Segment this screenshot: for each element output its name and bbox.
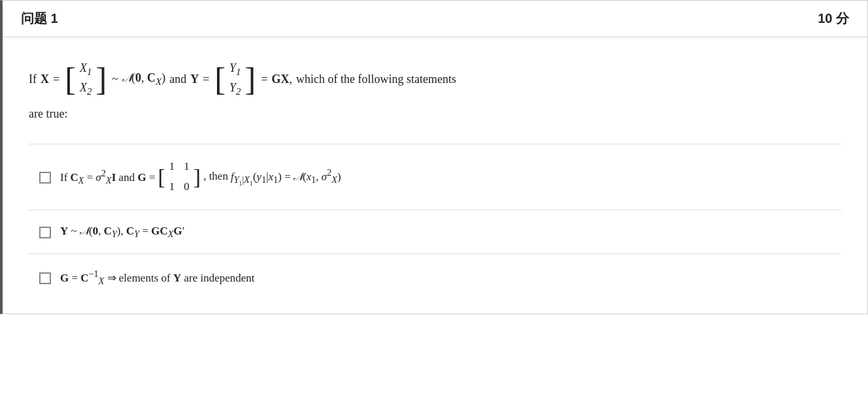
option-content-2: Y ~ 𝒩(0, CY), CY = GCXG′ [60, 222, 184, 242]
g-matrix-content: 1 1 1 0 [165, 156, 193, 198]
if-label: If [29, 69, 37, 89]
g-inv: G = C−1X ⇒ elements of Y are independent [60, 266, 255, 289]
option-item-2: Y ~ 𝒩(0, CY), CY = GCXG′ [29, 210, 841, 254]
option-content-3: G = C−1X ⇒ elements of Y are independent [60, 266, 255, 289]
option-item-1: If CX = σ2XI and G = [ 1 1 1 0 ] , then [29, 144, 841, 210]
are-true: are true: [29, 107, 67, 120]
x2-entry: X2 [80, 79, 92, 99]
equals-3: = [261, 69, 267, 89]
comma-then: , then [203, 167, 228, 186]
x1-entry: X1 [80, 59, 92, 79]
sim-symbol: ~ [112, 69, 118, 89]
normal-dist-x: 𝒩(0, CX) [122, 68, 165, 90]
y2-entry: Y2 [229, 79, 241, 99]
equals-2: = [203, 69, 209, 89]
if-cx: If CX = σ2XI and G = [60, 165, 155, 188]
question-title: 问题 1 [21, 10, 58, 27]
card-header: 问题 1 10 分 [3, 1, 867, 37]
question-card: 问题 1 10 分 If X = [ X1 X2 ] ~ 𝒩(0 [0, 0, 868, 314]
x-bold: X [41, 69, 49, 89]
y1-entry: Y1 [229, 59, 241, 79]
matrix-y: [ Y1 Y2 ] [214, 57, 256, 101]
equals-1: = [53, 69, 59, 89]
and-label: and [169, 69, 186, 89]
matrix-y-content: Y1 Y2 [223, 57, 248, 101]
y-dist: Y ~ 𝒩(0, CY), CY = GCXG′ [60, 222, 184, 242]
g11: 1 [169, 157, 175, 176]
checkbox-3[interactable] [39, 272, 51, 284]
g12: 1 [184, 157, 190, 176]
y-bold: Y [190, 69, 199, 89]
g-matrix: [ 1 1 1 0 ] [158, 156, 201, 198]
option-item-3: G = C−1X ⇒ elements of Y are independent [29, 254, 841, 300]
question-line2: are true: [29, 104, 841, 124]
matrix-x: [ X1 X2 ] [65, 57, 107, 101]
options-area: If CX = σ2XI and G = [ 1 1 1 0 ] , then [29, 144, 841, 300]
matrix-x-content: X1 X2 [73, 57, 99, 101]
bracket-right-x: ] [95, 63, 107, 95]
which-of: which of the following statements [296, 69, 456, 89]
g-bracket-left: [ [158, 166, 165, 188]
checkbox-1[interactable] [39, 172, 51, 184]
question-line1: If X = [ X1 X2 ] ~ 𝒩(0, CX) and Y = [29, 57, 841, 101]
checkbox-2[interactable] [39, 227, 51, 238]
bracket-right-y: ] [245, 63, 256, 95]
g22: 0 [184, 178, 190, 197]
question-score: 10 分 [818, 10, 849, 27]
g21: 1 [169, 178, 175, 197]
option-content-1: If CX = σ2XI and G = [ 1 1 1 0 ] , then [60, 156, 341, 198]
question-text: If X = [ X1 X2 ] ~ 𝒩(0, CX) and Y = [29, 57, 841, 124]
gx-label: GX, [272, 69, 293, 89]
fyx-expr: fY1|X1(y1|x1) = 𝒩(x1, σ2X) [231, 165, 341, 189]
card-body: If X = [ X1 X2 ] ~ 𝒩(0, CX) and Y = [3, 37, 867, 314]
g-bracket-right: ] [193, 166, 201, 188]
